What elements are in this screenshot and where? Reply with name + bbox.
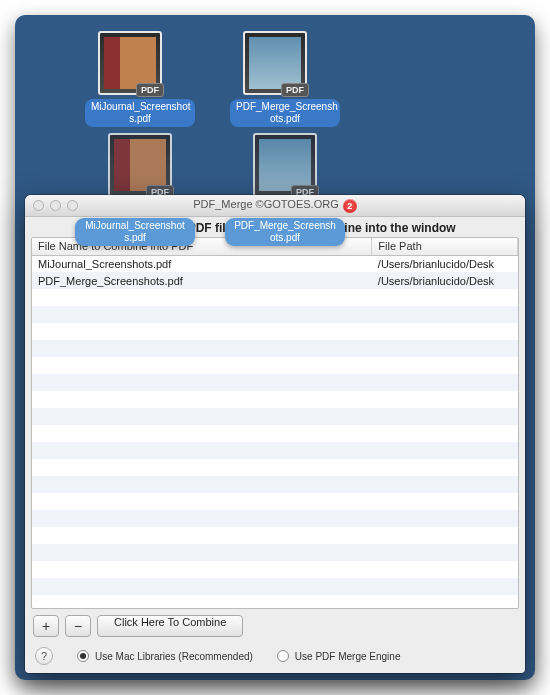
remove-button[interactable]: − xyxy=(65,615,91,637)
cell-filename xyxy=(32,459,372,476)
titlebar[interactable]: PDF_Merge ©GOTOES.ORG 2 xyxy=(25,195,525,217)
cell-filepath xyxy=(372,391,518,408)
cell-filename xyxy=(32,544,372,561)
options-bar: ? Use Mac Libraries (Recommended) Use PD… xyxy=(25,643,525,673)
cell-filepath xyxy=(372,408,518,425)
drag-ghost-file-2: PDF xyxy=(240,133,330,197)
window-title-text: PDF_Merge ©GOTOES.ORG xyxy=(193,198,338,210)
desktop-file-pdfmerge[interactable]: PDF PDF_Merge_Screensh ots.pdf xyxy=(230,31,320,127)
table-row xyxy=(32,323,518,340)
cell-filepath: /Users/brianlucido/Desk xyxy=(372,255,518,272)
cell-filepath xyxy=(372,578,518,595)
cell-filename xyxy=(32,323,372,340)
table-row xyxy=(32,578,518,595)
cell-filename xyxy=(32,425,372,442)
cell-filename: MiJournal_Screenshots.pdf xyxy=(32,255,372,272)
desktop-background: PDF MiJournal_Screenshot s.pdf PDF PDF_M… xyxy=(15,15,535,680)
cell-filepath xyxy=(372,289,518,306)
cell-filepath xyxy=(372,527,518,544)
table-row xyxy=(32,544,518,561)
cell-filename xyxy=(32,391,372,408)
cell-filename xyxy=(32,357,372,374)
cell-filepath xyxy=(372,374,518,391)
desktop-file-mijournal[interactable]: PDF MiJournal_Screenshot s.pdf xyxy=(85,31,175,127)
table-row xyxy=(32,442,518,459)
radio-icon xyxy=(77,650,89,662)
cell-filename xyxy=(32,289,372,306)
cell-filename xyxy=(32,408,372,425)
cell-filename xyxy=(32,493,372,510)
table-row xyxy=(32,527,518,544)
table-row xyxy=(32,374,518,391)
radio-icon xyxy=(277,650,289,662)
cell-filename xyxy=(32,340,372,357)
bottom-toolbar: + − Click Here To Combine xyxy=(25,609,525,643)
pdf-badge-icon: PDF xyxy=(136,83,164,97)
drag-label-1: MiJournal_Screenshot s.pdf xyxy=(75,218,195,246)
table-row xyxy=(32,408,518,425)
pdf-thumbnail: PDF xyxy=(108,133,172,197)
cell-filename xyxy=(32,476,372,493)
cell-filename xyxy=(32,306,372,323)
combine-button[interactable]: Click Here To Combine xyxy=(97,615,243,637)
table-row xyxy=(32,561,518,578)
desktop-file-label: PDF_Merge_Screensh ots.pdf xyxy=(230,99,340,127)
cell-filepath xyxy=(372,476,518,493)
alert-count-badge: 2 xyxy=(343,199,357,213)
cell-filepath xyxy=(372,459,518,476)
table-row xyxy=(32,340,518,357)
table-row xyxy=(32,510,518,527)
cell-filename: PDF_Merge_Screenshots.pdf xyxy=(32,272,372,289)
cell-filepath xyxy=(372,561,518,578)
cell-filepath xyxy=(372,544,518,561)
cell-filename xyxy=(32,374,372,391)
pdf-badge-icon: PDF xyxy=(281,83,309,97)
radio-label: Use Mac Libraries (Recommended) xyxy=(95,651,253,662)
cell-filename xyxy=(32,510,372,527)
cell-filepath xyxy=(372,442,518,459)
window-title: PDF_Merge ©GOTOES.ORG 2 xyxy=(25,198,525,212)
radio-label: Use PDF Merge Engine xyxy=(295,651,401,662)
pdf-thumbnail: PDF xyxy=(253,133,317,197)
cell-filename xyxy=(32,578,372,595)
table-row xyxy=(32,306,518,323)
cell-filepath: /Users/brianlucido/Desk xyxy=(372,272,518,289)
table-row xyxy=(32,476,518,493)
table-row xyxy=(32,425,518,442)
cell-filename xyxy=(32,527,372,544)
table-row[interactable]: MiJournal_Screenshots.pdf/Users/brianluc… xyxy=(32,255,518,272)
table-row xyxy=(32,493,518,510)
column-header-filepath[interactable]: File Path xyxy=(372,238,518,255)
app-window: PDF_Merge ©GOTOES.ORG 2 Please Drag the … xyxy=(25,195,525,673)
table-row xyxy=(32,391,518,408)
drag-label-2: PDF_Merge_Screensh ots.pdf xyxy=(225,218,345,246)
cell-filepath xyxy=(372,306,518,323)
drag-ghost-file-1: PDF xyxy=(95,133,185,197)
cell-filename xyxy=(32,561,372,578)
cell-filename xyxy=(32,442,372,459)
cell-filepath xyxy=(372,493,518,510)
cell-filepath xyxy=(372,357,518,374)
radio-mac-libraries[interactable]: Use Mac Libraries (Recommended) xyxy=(77,650,253,662)
cell-filepath xyxy=(372,510,518,527)
table-row xyxy=(32,289,518,306)
add-button[interactable]: + xyxy=(33,615,59,637)
desktop-file-label: MiJournal_Screenshot s.pdf xyxy=(85,99,195,127)
help-button[interactable]: ? xyxy=(35,647,53,665)
pdf-thumbnail: PDF xyxy=(98,31,162,95)
table-row xyxy=(32,357,518,374)
table-row xyxy=(32,459,518,476)
file-list-table[interactable]: File Name to Combine into PDF File Path … xyxy=(31,237,519,609)
cell-filepath xyxy=(372,425,518,442)
cell-filepath xyxy=(372,323,518,340)
radio-pdf-engine[interactable]: Use PDF Merge Engine xyxy=(277,650,401,662)
pdf-thumbnail: PDF xyxy=(243,31,307,95)
table-row[interactable]: PDF_Merge_Screenshots.pdf/Users/brianluc… xyxy=(32,272,518,289)
cell-filepath xyxy=(372,340,518,357)
